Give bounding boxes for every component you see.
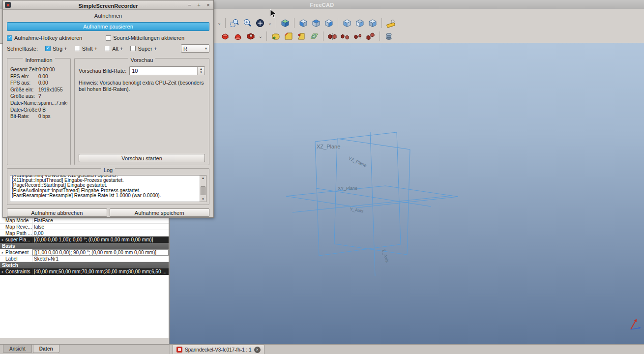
front-view-icon[interactable] [297,17,309,29]
start-preview-button[interactable]: Vorschau starten [79,154,205,162]
y-axis-label[interactable]: Y_Axis [350,206,364,213]
mod-alt-label: Alt + [112,46,123,52]
info-value: 0:00:00 [38,66,67,73]
shapebinder-icon[interactable] [308,30,320,42]
checkbox-unchecked-icon[interactable] [106,35,111,41]
property-value[interactable]: [40,00 mm;50,00 mm;70,00 mm;30,00 mm;80,… [32,268,169,275]
rear-view-icon[interactable] [341,17,353,29]
mirrored-icon[interactable] [326,30,338,42]
tab-ansicht[interactable]: Ansicht [3,345,32,353]
checkbox-unchecked-icon[interactable] [130,46,136,51]
info-value: 1919x1055 [38,87,67,93]
desktop: FreeCAD ⌄ ⌄ [0,0,644,354]
toolbar-separator [323,31,323,41]
preview-rate-value[interactable]: 10 [130,68,197,74]
scroll-down-icon[interactable]: ▼ [202,197,205,202]
property-value[interactable]: [(0,00 0,00 1,00); 0,00 °; (0,00 mm 0,00… [32,236,169,243]
scroll-thumb[interactable] [201,186,205,195]
linear-pattern-icon[interactable] [339,30,351,42]
property-row-map-mode[interactable]: Map Mode FlatFace [0,217,169,224]
property-value[interactable]: 0,00 [32,230,169,236]
property-label: Label [5,256,32,262]
zoom-selection-icon[interactable] [229,17,240,29]
document-tab[interactable]: Spanndeckel-V3-fc017-fh-1 : 1 × [173,345,264,354]
log-groupbox: Log [X11Input::Init] Verwende X11 geteil… [7,168,209,205]
view-dropdown-icon[interactable]: ⌄ [267,20,273,26]
property-row-map-reversed[interactable]: Map Reve... false [0,224,169,230]
property-value[interactable]: Sketch-Nr1 [32,256,169,262]
xz-plane[interactable] [315,132,401,256]
hotkey-enable-checkbox[interactable]: Aufnahme-Hotkey aktivieren [7,35,82,41]
fillet-icon[interactable] [270,30,282,42]
info-value: 0.00 [38,73,67,80]
spinner-up-icon[interactable]: ▲ [200,67,203,71]
info-label: Datei-Name: [10,100,38,107]
mod-shift-checkbox[interactable]: Shift + [75,46,98,52]
info-label: Größe ein: [10,87,38,93]
save-recording-button[interactable]: Aufnahme speichern [110,208,210,217]
cancel-recording-button[interactable]: Aufnahme abbrechen [7,208,107,217]
close-document-icon[interactable]: × [254,347,261,353]
checkbox-checked-icon[interactable] [7,35,12,41]
right-view-icon[interactable] [323,17,335,29]
bottom-view-icon[interactable] [354,17,366,29]
xz-plane-label[interactable]: XZ_Plane [317,144,340,149]
fit-all-icon[interactable] [254,17,266,29]
pocket-dropdown-icon[interactable]: ⌄ [258,33,263,39]
property-row-map-path[interactable]: Map Path ... 0,00 [0,230,169,236]
minimize-button[interactable]: − [186,0,193,10]
pocket-icon[interactable] [245,30,257,42]
ssr-titlebar[interactable]: SimpleScreenRecorder − + × [3,0,213,10]
property-row-placement[interactable]: Placement [(1,00 0,00 0,00); 90,00 °; (0… [0,249,169,256]
property-row-constraints[interactable]: Constraints [40,00 mm;50,00 mm;70,00 mm;… [0,268,169,275]
close-button[interactable]: × [205,0,211,10]
axonometric-view-icon[interactable] [279,17,291,29]
multitransform-icon[interactable] [365,30,377,42]
top-view-icon[interactable] [310,17,322,29]
scroll-track[interactable] [200,180,206,197]
draft-icon[interactable] [295,30,307,42]
checkbox-checked-icon[interactable] [45,46,51,51]
property-value[interactable]: false [32,224,169,230]
revolution-icon[interactable] [232,30,244,42]
property-group-basis[interactable]: Basis [0,243,169,249]
freecad-title: FreeCAD [310,2,334,8]
pause-recording-button[interactable]: Aufnahme pausieren [7,22,209,31]
workbench-dropdown-icon[interactable]: ⌄ [216,20,222,26]
property-value[interactable]: [(1,00 0,00 0,00); 90,00 °; (0,00 mm 0,0… [32,249,169,256]
log-scrollbar[interactable]: ▲ ▼ [200,176,206,202]
expand-icon[interactable] [0,268,5,275]
expand-icon[interactable] [0,236,5,243]
pad-icon[interactable] [219,30,231,42]
spinner-down-icon[interactable]: ▼ [200,71,203,74]
checkbox-unchecked-icon[interactable] [105,46,110,51]
checkbox-unchecked-icon[interactable] [75,46,80,51]
mod-strg-checkbox[interactable]: Strg + [45,46,67,52]
group-label: Basis [0,243,15,249]
3d-viewport[interactable]: XZ_Plane YZ_Plane XY_Plane Y_Axis Z_Axis [170,43,644,344]
xy-plane-label[interactable]: XY_Plane [338,186,357,191]
zoom-in-icon[interactable] [241,17,253,29]
property-row-super-placement[interactable]: super Pla... [(0,00 0,00 1,00); 0,00 °; … [0,236,169,243]
scroll-up-icon[interactable]: ▲ [202,176,205,180]
property-group-sketch[interactable]: Sketch [0,262,169,268]
mod-super-checkbox[interactable]: Super + [130,46,157,52]
spinner-buttons[interactable]: ▲ ▼ [197,67,205,75]
hotkey-key-select[interactable]: R ▾ [181,44,209,53]
polar-pattern-icon[interactable] [352,30,364,42]
left-view-icon[interactable] [367,17,379,29]
preview-rate-spinner[interactable]: 10 ▲ ▼ [129,66,205,75]
property-value[interactable]: FlatFace [32,217,169,224]
mod-alt-checkbox[interactable]: Alt + [105,46,123,52]
measure-icon[interactable] [385,17,397,29]
sound-notification-checkbox[interactable]: Sound-Mitteilungen aktivieren [106,35,184,41]
yz-plane-label[interactable]: YZ_Plane [348,156,367,168]
maximize-button[interactable]: + [196,0,202,10]
expand-icon[interactable] [0,249,5,256]
primitive-cylinder-icon[interactable] [383,30,395,42]
z-axis-label[interactable]: Z_Axis [381,249,390,264]
chamfer-icon[interactable] [283,30,294,42]
property-row-label[interactable]: Label Sketch-Nr1 [0,256,169,262]
log-output[interactable]: [X11Input::Init] Verwende X11 geteilten … [10,176,200,202]
tab-daten[interactable]: Daten [33,345,59,353]
